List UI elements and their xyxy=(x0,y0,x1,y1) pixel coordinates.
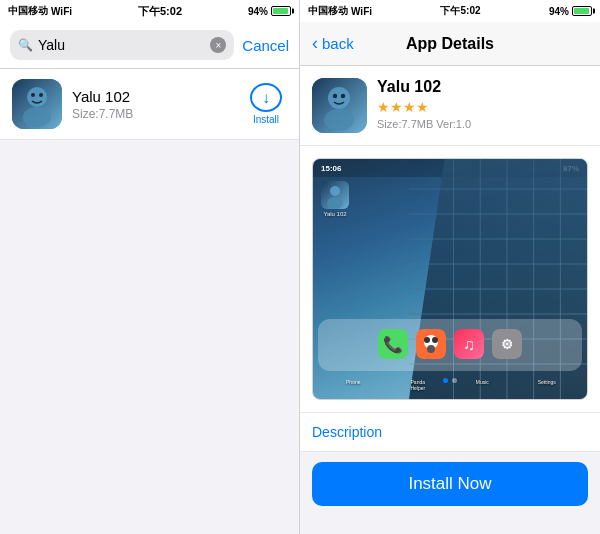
svg-point-32 xyxy=(432,337,438,343)
app-size-left: Size:7.7MB xyxy=(72,107,235,121)
battery-fill-right xyxy=(574,8,589,14)
svg-point-1 xyxy=(27,87,47,107)
carrier-left-text: 中国移动 xyxy=(8,4,48,18)
dock-music-icon: ♫ xyxy=(454,329,484,359)
search-bar-container: 🔍 Yalu × Cancel xyxy=(0,22,299,69)
cancel-button[interactable]: Cancel xyxy=(242,37,289,54)
detail-app-meta: Size:7.7MB Ver:1.0 xyxy=(377,118,588,130)
detail-header: Yalu 102 ★★★★ Size:7.7MB Ver:1.0 xyxy=(300,66,600,146)
chevron-left-icon: ‹ xyxy=(312,33,318,54)
svg-point-7 xyxy=(324,109,354,131)
battery-percent-right: 94% xyxy=(549,6,569,17)
install-label-left: Install xyxy=(253,114,279,125)
app-info-left: Yalu 102 Size:7.7MB xyxy=(72,88,235,121)
time-right: 下午5:02 xyxy=(440,4,480,18)
carrier-right-text: 中国移动 xyxy=(308,4,348,18)
screenshot-section: 15:06 87% xyxy=(300,146,600,413)
right-content: Yalu 102 ★★★★ Size:7.7MB Ver:1.0 15:06 8… xyxy=(300,66,600,534)
search-bar[interactable]: 🔍 Yalu × xyxy=(10,30,234,60)
left-panel: 中国移动 WiFi 下午5:02 94% 🔍 Yalu × Cancel xyxy=(0,0,300,534)
dot-2 xyxy=(452,378,457,383)
search-clear-button[interactable]: × xyxy=(210,37,226,53)
status-bar-left: 中国移动 WiFi 下午5:02 94% xyxy=(0,0,299,22)
detail-app-icon-svg xyxy=(312,78,367,133)
svg-point-33 xyxy=(427,345,435,353)
wifi-right-icon: WiFi xyxy=(351,6,372,17)
detail-app-name: Yalu 102 xyxy=(377,78,588,96)
nav-title: App Details xyxy=(406,35,494,53)
svg-point-6 xyxy=(328,87,350,109)
wifi-left-icon: WiFi xyxy=(51,6,72,17)
carrier-right: 中国移动 WiFi xyxy=(308,4,372,18)
dock-phone-icon: 📞 xyxy=(378,329,408,359)
back-label[interactable]: back xyxy=(322,35,354,52)
app-stars: ★★★★ xyxy=(377,99,588,115)
battery-fill-left xyxy=(273,8,288,14)
app-list: Yalu 102 Size:7.7MB ↓ Install xyxy=(0,69,299,534)
svg-point-25 xyxy=(330,186,340,196)
svg-point-3 xyxy=(31,93,35,97)
search-input[interactable]: Yalu xyxy=(38,37,205,53)
battery-percent-left: 94% xyxy=(248,6,268,17)
phone-time: 15:06 xyxy=(321,164,341,173)
app-name-left: Yalu 102 xyxy=(72,88,235,105)
svg-text:♫: ♫ xyxy=(463,336,475,353)
app-list-row[interactable]: Yalu 102 Size:7.7MB ↓ Install xyxy=(0,69,299,140)
search-icon: 🔍 xyxy=(18,38,33,52)
status-right-right: 94% xyxy=(549,6,592,17)
install-button-left[interactable]: ↓ Install xyxy=(245,83,287,125)
svg-point-4 xyxy=(39,93,43,97)
description-section: Description xyxy=(300,413,600,452)
svg-point-26 xyxy=(327,197,343,209)
status-right-left: 94% xyxy=(248,6,291,17)
svg-point-2 xyxy=(23,107,51,127)
dock-settings-icon: ⚙ xyxy=(492,329,522,359)
svg-text:⚙: ⚙ xyxy=(501,336,514,352)
app-icon-left xyxy=(12,79,62,129)
battery-icon-right xyxy=(572,6,592,16)
install-circle-icon: ↓ xyxy=(250,83,282,112)
phone-home-icon xyxy=(321,181,349,209)
svg-point-8 xyxy=(333,94,337,98)
install-now-button[interactable]: Install Now xyxy=(312,462,588,506)
detail-app-icon xyxy=(312,78,367,133)
phone-screenshot: 15:06 87% xyxy=(313,159,587,399)
app-icon-face-svg xyxy=(12,79,62,129)
back-button[interactable]: ‹ back xyxy=(312,33,354,54)
carrier-left: 中国移动 WiFi xyxy=(8,4,72,18)
detail-info: Yalu 102 ★★★★ Size:7.7MB Ver:1.0 xyxy=(377,78,588,130)
battery-icon-left xyxy=(271,6,291,16)
dock-panda-icon xyxy=(416,329,446,359)
dock-area: 📞 xyxy=(313,319,587,369)
phone-home-icon-svg xyxy=(321,181,349,209)
screenshot-container: 15:06 87% xyxy=(312,158,588,400)
svg-point-31 xyxy=(424,337,430,343)
status-bar-right: 中国移动 WiFi 下午5:02 94% xyxy=(300,0,600,22)
svg-point-9 xyxy=(341,94,345,98)
page-dots xyxy=(313,378,587,383)
time-left: 下午5:02 xyxy=(138,4,182,19)
install-now-section: Install Now xyxy=(300,452,600,516)
svg-text:📞: 📞 xyxy=(383,335,403,354)
phone-icon-label: Yalu 102 xyxy=(313,211,357,217)
right-panel: 中国移动 WiFi 下午5:02 94% ‹ back App Details xyxy=(300,0,600,534)
dot-1 xyxy=(443,378,448,383)
description-label: Description xyxy=(312,424,382,440)
nav-bar: ‹ back App Details xyxy=(300,22,600,66)
